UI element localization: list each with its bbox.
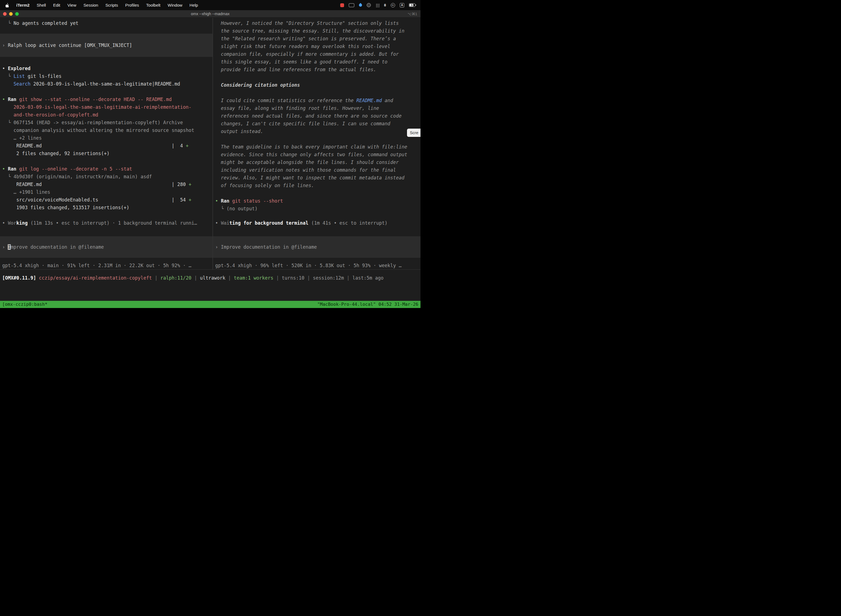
text-span <box>229 198 232 204</box>
terminal-line: and-the-erosion-of-copyleft.md <box>2 111 212 119</box>
screen-button[interactable]: Scre <box>407 129 420 137</box>
menu-item-help[interactable]: Help <box>189 3 198 7</box>
text-span: 1903 files changed, 513517 insertions(+) <box>2 205 129 210</box>
terminal-line: of focusing solely on file lines. <box>215 182 420 189</box>
minimize-button[interactable] <box>9 12 13 16</box>
text-span: cczip/essay/ai-reimplementation-copyleft <box>39 275 152 281</box>
text-span: (11m 13s • esc to interrupt) · 1 backgro… <box>28 220 197 226</box>
text-span: src/voice/voiceModeEnabled.ts | 54 <box>2 197 189 202</box>
text-span: including verification notes with those … <box>215 167 396 173</box>
battery-cap <box>416 4 416 6</box>
drop-glyph <box>358 3 363 7</box>
menu-item-session[interactable]: Session <box>84 3 98 7</box>
battery-gauge-icon[interactable]: 61 <box>391 3 395 7</box>
screen-recording-indicator-icon[interactable] <box>340 3 344 7</box>
terminal-pane-left: └ No agents completed yet› Ralph loop ac… <box>0 18 212 269</box>
text-span: Ran <box>8 166 16 172</box>
menu-item-edit[interactable]: Edit <box>53 3 60 7</box>
text-span: README.md <box>356 98 382 103</box>
app-grid-icon[interactable] <box>375 3 379 7</box>
text-span: + <box>189 182 192 187</box>
battery-body <box>409 3 415 7</box>
text-span: mprove documentation in @filename <box>11 244 104 250</box>
text-span: … +2 lines <box>2 135 42 141</box>
text-span: • <box>2 66 8 71</box>
text-span: Ran <box>8 97 16 102</box>
text-span: | <box>152 275 160 281</box>
terminal-line: the "Related research writing" section i… <box>215 35 420 43</box>
text-span: Wai <box>221 220 229 226</box>
text-cursor: I <box>8 244 10 250</box>
text-span: Wor <box>8 220 16 226</box>
text-span: The team guideline is to back every impo… <box>215 144 407 150</box>
text-span: changes, I can't cite specific file line… <box>215 121 390 126</box>
ralph-loop-banner[interactable]: › Ralph loop active continue [OMX_TMUX_I… <box>0 34 212 57</box>
text-span: 067f154 (HEAD -> essay/ai-reimplementati… <box>13 120 183 125</box>
text-span: git ls-files <box>25 73 62 79</box>
traffic-lights <box>3 12 19 16</box>
terminal-pane-right: However, I noticed the "Directory Struct… <box>213 18 420 269</box>
close-button[interactable] <box>3 12 7 16</box>
raindrop-app-icon[interactable] <box>359 4 362 7</box>
prompt-input[interactable]: › Improve documentation in @filename <box>0 236 212 258</box>
text-span: (1m 41s • esc to interrupt) <box>308 220 388 226</box>
terminal-line: 2 files changed, 92 insertions(+) <box>2 150 212 157</box>
terminal-line: including verification notes with those … <box>215 166 420 174</box>
terminal-line: Considering citation options <box>215 81 420 89</box>
prompt-input-line: › Improve documentation in @filename <box>2 243 104 251</box>
text-span: No agents completed yet <box>13 21 78 26</box>
spacer <box>2 227 212 236</box>
terminal-line: gpt-5.4 xhigh · 96% left · 520K in · 5.8… <box>215 262 420 269</box>
text-span: 2 files changed, 92 insertions(+) <box>2 151 110 156</box>
menu-item-toolbelt[interactable]: Toolbelt <box>146 3 161 7</box>
terminal-line: README.md | 4 + <box>2 142 212 150</box>
text-span: › <box>2 43 8 48</box>
text-span: └ <box>2 73 13 79</box>
text-span: companion analysis without altering the … <box>2 128 194 133</box>
text-span: king <box>16 220 28 226</box>
terminal-line: └ 067f154 (HEAD -> essay/ai-reimplementa… <box>2 119 212 126</box>
text-span: | <box>226 275 234 281</box>
apple-menu[interactable] <box>6 3 9 7</box>
text-span: git log --oneline --decorate -n 5 --stat <box>19 166 132 172</box>
text-span: slight risk that future readers may over… <box>215 44 390 49</box>
text-span: └ <box>215 206 227 211</box>
spacer <box>2 27 212 34</box>
terminal-line: gpt-5.4 xhigh · main · 91% left · 2.31M … <box>2 262 212 269</box>
terminal-line: slight risk that future readers may over… <box>215 43 420 50</box>
text-span: | <box>344 275 353 281</box>
menu-app-name[interactable]: iTerm2 <box>16 3 29 7</box>
menu-item-window[interactable]: Window <box>168 3 182 7</box>
text-span <box>2 81 13 87</box>
omx-status-bar: [OMX#0.11.9] cczip/essay/ai-reimplementa… <box>0 270 420 286</box>
text-span: turns:10 <box>282 275 304 281</box>
menu-item-scripts[interactable]: Scripts <box>105 3 118 7</box>
dark-app-icon[interactable] <box>367 3 371 7</box>
menu-item-view[interactable]: View <box>67 3 76 7</box>
keyboard-icon[interactable] <box>349 3 354 7</box>
input-source-icon[interactable]: A <box>400 3 404 7</box>
text-span: and-the-erosion-of-copyleft.md <box>2 112 98 117</box>
terminal-panes: └ No agents completed yet› Ralph loop ac… <box>0 18 420 270</box>
text-span: • <box>215 220 221 226</box>
terminal-line: README.md | 280 + <box>2 180 212 188</box>
terminal-line: I could cite commit statistics or refere… <box>215 97 420 104</box>
battery-icon[interactable] <box>409 3 416 7</box>
spacer <box>2 258 212 262</box>
text-span: 2026-03-09-is-legal-the-same-as-legitima… <box>30 81 180 87</box>
zoom-button[interactable] <box>15 12 19 16</box>
keyboard-glyph <box>349 3 354 7</box>
terminal-line: companion file, especially if more comme… <box>215 50 420 58</box>
text-span: Ralph loop active continue [OMX_TMUX_INJ… <box>8 43 132 48</box>
spacer <box>215 89 420 97</box>
menu-item-shell[interactable]: Shell <box>37 3 46 7</box>
text-span: Considering citation options <box>215 82 300 88</box>
text-span: last:5m ago <box>352 275 384 281</box>
text-span: README.md | 280 <box>2 182 189 187</box>
text-span <box>16 97 19 102</box>
spacer <box>215 227 420 236</box>
eight-app-icon[interactable]: 8 <box>384 3 386 7</box>
menu-item-profiles[interactable]: Profiles <box>125 3 139 7</box>
text-span: └ <box>2 21 13 26</box>
prompt-input[interactable]: › Improve documentation in @filename <box>213 236 420 258</box>
